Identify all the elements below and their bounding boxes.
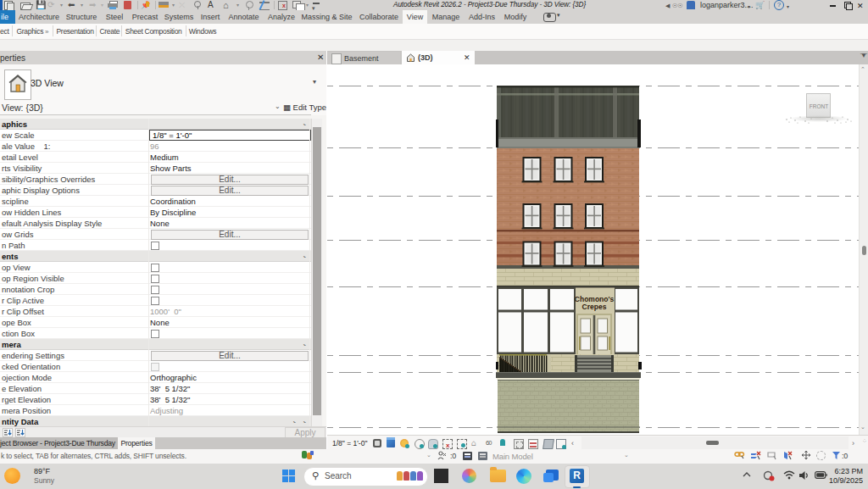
- svg-text:Crepes: Crepes: [582, 303, 607, 311]
